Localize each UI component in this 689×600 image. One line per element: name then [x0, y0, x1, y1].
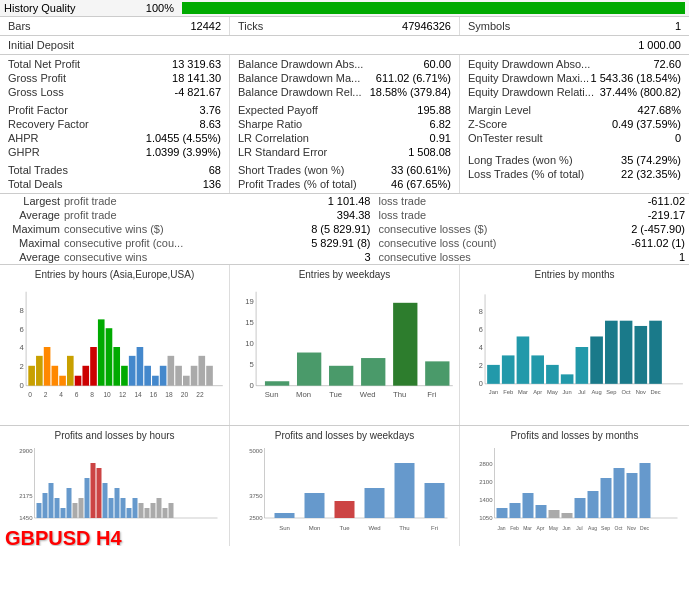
svg-rect-51 [297, 353, 321, 386]
svg-rect-15 [90, 347, 97, 386]
svg-text:Tue: Tue [329, 390, 342, 399]
svg-rect-27 [183, 376, 190, 386]
svg-text:8: 8 [479, 307, 483, 316]
svg-rect-114 [133, 498, 138, 518]
chart-weekdays-svg: 0 5 10 15 19 Sun Mon Tue [234, 282, 455, 412]
svg-rect-99 [43, 493, 48, 518]
top-charts-row: Entries by hours (Asia,Europe,USA) 0 2 4… [0, 265, 689, 426]
svg-text:3750: 3750 [249, 493, 263, 499]
svg-rect-25 [168, 356, 175, 386]
svg-text:19: 19 [245, 297, 254, 306]
svg-text:14: 14 [134, 391, 142, 398]
svg-text:12: 12 [119, 391, 127, 398]
svg-text:2175: 2175 [19, 493, 33, 499]
svg-rect-110 [109, 498, 114, 518]
chart-months: Entries by months 0 2 4 6 8 [460, 265, 689, 425]
svg-rect-72 [531, 355, 544, 383]
svg-rect-130 [395, 463, 415, 518]
chart-profit-months: Profits and losses by months 1050 1400 2… [460, 426, 689, 546]
svg-rect-116 [145, 508, 150, 518]
svg-rect-113 [127, 508, 132, 518]
svg-rect-131 [425, 483, 445, 518]
svg-text:1400: 1400 [479, 497, 493, 503]
svg-rect-144 [497, 508, 508, 518]
svg-text:Aug: Aug [588, 525, 597, 531]
svg-text:Thu: Thu [393, 390, 406, 399]
svg-rect-126 [275, 513, 295, 518]
svg-rect-12 [67, 356, 74, 386]
svg-text:16: 16 [150, 391, 158, 398]
svg-rect-71 [517, 336, 530, 383]
svg-text:10: 10 [245, 339, 254, 348]
svg-rect-100 [49, 483, 54, 518]
svg-rect-118 [157, 498, 162, 518]
svg-rect-101 [55, 498, 60, 518]
svg-text:Feb: Feb [503, 389, 513, 395]
svg-rect-26 [175, 366, 182, 386]
initial-deposit-row: Initial Deposit1 000.00 [0, 36, 689, 55]
chart-months-svg: 0 2 4 6 8 Jan Feb Mar [464, 282, 685, 412]
svg-rect-52 [329, 366, 353, 386]
svg-rect-16 [98, 319, 105, 385]
svg-rect-9 [44, 347, 51, 386]
svg-text:Jul: Jul [576, 525, 582, 531]
main-stats: Bars12442Ticks47946326Symbols1Initial De… [0, 17, 689, 265]
svg-rect-152 [601, 478, 612, 518]
svg-rect-21 [137, 347, 144, 386]
svg-text:2500: 2500 [249, 515, 263, 521]
svg-text:5: 5 [250, 360, 254, 369]
svg-rect-103 [67, 488, 72, 518]
svg-text:Wed: Wed [360, 390, 376, 399]
svg-rect-24 [160, 366, 167, 386]
chart-hours: Entries by hours (Asia,Europe,USA) 0 2 4… [0, 265, 230, 425]
svg-rect-154 [627, 473, 638, 518]
svg-rect-147 [536, 505, 547, 518]
svg-text:2800: 2800 [479, 461, 493, 467]
svg-text:Fri: Fri [427, 390, 436, 399]
chart-profit-months-svg: 1050 1400 2100 2800 Jan Feb Mar Apr [464, 443, 685, 538]
svg-text:22: 22 [196, 391, 204, 398]
svg-text:20: 20 [181, 391, 189, 398]
svg-text:Tue: Tue [339, 525, 350, 531]
svg-rect-145 [510, 503, 521, 518]
svg-text:4: 4 [479, 343, 483, 352]
svg-text:6: 6 [20, 325, 24, 334]
overlay-text: GBPUSD H4 Martingale 2 Years Test [5, 525, 122, 546]
svg-text:Sep: Sep [606, 389, 616, 395]
svg-rect-50 [265, 381, 289, 385]
svg-rect-22 [144, 366, 151, 386]
svg-rect-127 [305, 493, 325, 518]
chart-weekdays: Entries by weekdays 0 5 10 15 19 [230, 265, 460, 425]
svg-text:Oct: Oct [622, 389, 631, 395]
svg-text:Feb: Feb [510, 525, 519, 531]
main-stats-section: Total Net Profit13 319.63Gross Profit18 … [0, 55, 689, 194]
svg-text:Jun: Jun [562, 389, 571, 395]
chart-profit-hours-title: Profits and losses by hours [4, 430, 225, 441]
svg-rect-28 [191, 366, 198, 386]
svg-text:Mon: Mon [296, 390, 311, 399]
svg-rect-73 [546, 365, 559, 384]
svg-rect-108 [97, 468, 102, 518]
svg-rect-75 [576, 347, 589, 384]
chart-hours-title: Entries by hours (Asia,Europe,USA) [4, 269, 225, 280]
svg-rect-7 [28, 366, 35, 386]
svg-text:4: 4 [20, 343, 25, 352]
svg-text:0: 0 [20, 381, 24, 390]
svg-rect-148 [549, 510, 560, 518]
svg-rect-14 [82, 366, 89, 386]
svg-text:Apr: Apr [537, 525, 545, 531]
history-quality-value: 100% [124, 2, 174, 14]
svg-rect-129 [365, 488, 385, 518]
svg-text:Nov: Nov [627, 525, 636, 531]
svg-rect-53 [361, 358, 385, 386]
chart-profit-weekdays-svg: 2500 3750 5000 Sun Mon Tue Wed Thu Fri [234, 443, 455, 538]
svg-text:Thu: Thu [399, 525, 409, 531]
svg-rect-10 [52, 366, 59, 386]
charts-area: GBPUSD H4 Martingale 2 Years Test Entrie… [0, 265, 689, 546]
trades-section: Largestprofit trade1 101.48loss trade-61… [0, 194, 689, 265]
svg-rect-76 [590, 336, 603, 383]
svg-rect-30 [206, 366, 213, 386]
svg-text:18: 18 [165, 391, 173, 398]
svg-text:2: 2 [20, 362, 24, 371]
svg-text:Aug: Aug [591, 389, 601, 395]
